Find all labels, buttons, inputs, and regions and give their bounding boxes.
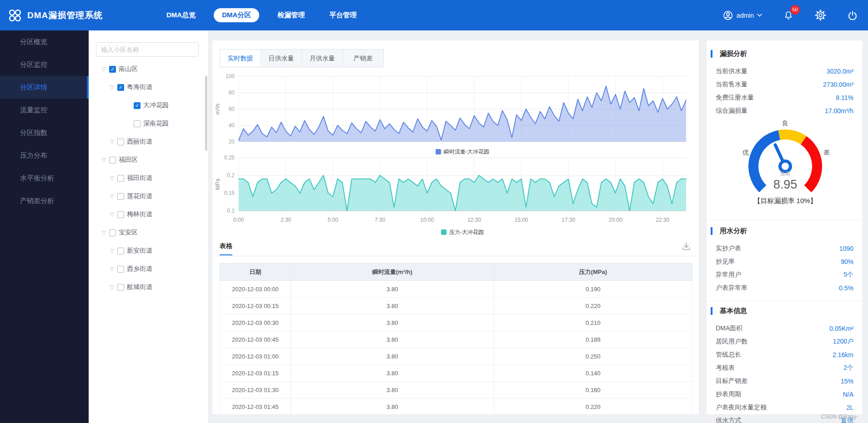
- tree-checkbox[interactable]: [117, 211, 124, 218]
- kv-label: 户表异常率: [716, 284, 748, 292]
- tree-checkbox[interactable]: [117, 139, 124, 145]
- tree-expand-icon[interactable]: ▽: [109, 193, 115, 199]
- tree-expand-icon[interactable]: ▽: [109, 139, 115, 145]
- tree-expand-icon[interactable]: ▽: [100, 66, 107, 72]
- tree-expand-icon[interactable]: ▽: [109, 211, 115, 218]
- kv-row: 居民用户数1200户: [716, 335, 853, 348]
- table-row[interactable]: 2020-12-03 01:003.800.250: [220, 348, 692, 365]
- notification-badge: 50: [790, 5, 800, 15]
- tree-expand-icon[interactable]: ▽: [100, 229, 107, 236]
- sidebar-item-分区详情[interactable]: 分区详情: [0, 76, 89, 99]
- tree-node-新安街道[interactable]: ▽新安街道: [89, 242, 208, 260]
- table-row[interactable]: 2020-12-03 00:153.800.220: [220, 298, 692, 314]
- tree-node-宝安区[interactable]: ▽宝安区: [89, 224, 208, 242]
- tree-expand-icon[interactable]: ▽: [109, 84, 115, 90]
- kv-value: 2个: [843, 364, 853, 372]
- svg-text:0.2: 0.2: [227, 172, 235, 179]
- sidebar-item-产销差分析[interactable]: 产销差分析: [0, 189, 89, 212]
- tab-产销差[interactable]: 产销差: [343, 50, 383, 67]
- tree-checkbox[interactable]: ✓: [109, 66, 116, 73]
- table-cell: 0.160: [494, 382, 692, 398]
- tree-node-大冲花园[interactable]: ✓大冲花园: [89, 96, 208, 114]
- download-button[interactable]: [681, 241, 692, 254]
- user-menu[interactable]: admin: [722, 10, 762, 21]
- sidebar-item-分区指数[interactable]: 分区指数: [0, 121, 89, 144]
- kv-label: 供水方式: [716, 417, 741, 423]
- legend-chip: [441, 229, 447, 235]
- svg-text:22:30: 22:30: [656, 217, 669, 223]
- tab-月供水量[interactable]: 月供水量: [302, 50, 343, 67]
- sidebar-item-分区监控[interactable]: 分区监控: [0, 53, 89, 76]
- tab-实时数据[interactable]: 实时数据: [220, 50, 261, 67]
- tree-checkbox[interactable]: [117, 248, 124, 254]
- tree-node-label: 宝安区: [119, 229, 138, 237]
- tree-node-莲花街道[interactable]: ▽莲花街道: [89, 187, 208, 205]
- kv-value: 17.00m³/h: [825, 107, 853, 114]
- tree-node-label: 梅林街道: [127, 210, 152, 219]
- sidebar-item-分区概览[interactable]: 分区概览: [0, 30, 89, 53]
- main-content-card: 实时数据日供水量月供水量产销差 20406080100m³/h 瞬时流量-大冲花…: [212, 40, 699, 415]
- table-cell: 3.80: [291, 314, 494, 331]
- logout-power-button[interactable]: [847, 10, 858, 21]
- tree-checkbox[interactable]: ✓: [117, 84, 124, 91]
- table-cell: 3.80: [291, 331, 494, 348]
- settings-button[interactable]: [815, 10, 826, 21]
- kv-value: 2.16km: [833, 351, 853, 358]
- tree-checkbox[interactable]: [134, 120, 140, 127]
- dma-dashboard: DMA漏损管理系统 DMA总览DMA分区检漏管理平台管理 admin: [0, 0, 868, 423]
- tree-checkbox[interactable]: [117, 284, 124, 291]
- table-row[interactable]: 2020-12-03 00:453.800.189: [220, 331, 692, 348]
- pressure-chart-legend[interactable]: 压力-大冲花园: [239, 229, 686, 236]
- tree-node-南山区[interactable]: ▽✓南山区: [89, 60, 208, 78]
- table-row[interactable]: 2020-12-03 01:153.800.140: [220, 365, 692, 382]
- tree-node-深南花园[interactable]: 深南花园: [89, 114, 208, 133]
- title-accent-bar: [711, 50, 712, 58]
- table-row[interactable]: 2020-12-03 00:003.800.190: [220, 281, 692, 298]
- tree-checkbox[interactable]: ✓: [134, 102, 140, 109]
- tab-日供水量[interactable]: 日供水量: [261, 50, 302, 67]
- tab-table[interactable]: 表格: [220, 242, 232, 255]
- tree-node-粤海街道[interactable]: ▽✓粤海街道: [89, 78, 208, 96]
- gauge-zone-bad: 差: [823, 149, 830, 157]
- title-accent-bar: [711, 227, 712, 235]
- tree-scrollbar[interactable]: [205, 76, 207, 151]
- table-row[interactable]: 2020-12-03 00:303.800.210: [220, 314, 692, 331]
- tree-checkbox[interactable]: [117, 266, 124, 273]
- tree-checkbox[interactable]: [109, 229, 116, 236]
- sidebar-item-流量监控[interactable]: 流量监控: [0, 99, 89, 121]
- flow-chart[interactable]: 20406080100m³/h: [212, 71, 696, 148]
- pressure-chart[interactable]: 0:002:305:007:3010:0012:3015:0017:3020:0…: [212, 154, 696, 230]
- tree-node-西丽街道[interactable]: ▽西丽街道: [89, 133, 208, 151]
- tree-node-福田区[interactable]: ▽福田区: [89, 151, 208, 169]
- leak-rate-gauge: 优 良 差 当前 8.95 【目标漏损率 10%】: [707, 117, 863, 214]
- nav-item-DMA分区[interactable]: DMA分区: [214, 8, 259, 22]
- svg-text:100: 100: [226, 73, 235, 80]
- tree-checkbox[interactable]: [117, 175, 124, 182]
- tree-expand-icon[interactable]: ▽: [109, 175, 115, 181]
- sidebar-item-水平衡分析[interactable]: 水平衡分析: [0, 167, 89, 189]
- notification-bell-button[interactable]: 50: [783, 10, 794, 21]
- tree-expand-icon[interactable]: ▽: [109, 248, 115, 254]
- left-sidebar: 分区概览分区监控分区详情流量监控分区指数压力分布水平衡分析产销差分析: [0, 30, 89, 423]
- tree-node-福田街道[interactable]: ▽福田街道: [89, 169, 208, 187]
- tree-node-西乡街道[interactable]: ▽西乡街道: [89, 260, 208, 278]
- tree-expand-icon[interactable]: ▽: [109, 284, 115, 290]
- svg-text:0.1: 0.1: [227, 208, 235, 214]
- nav-item-检漏管理[interactable]: 检漏管理: [271, 8, 311, 22]
- sidebar-item-压力分布[interactable]: 压力分布: [0, 144, 89, 167]
- tree-expand-icon[interactable]: ▽: [100, 157, 107, 163]
- search-input[interactable]: [96, 42, 199, 57]
- kv-label: 抄见率: [716, 258, 735, 266]
- tree-node-航城街道[interactable]: ▽航城街道: [89, 278, 208, 296]
- table-row[interactable]: 2020-12-03 01:303.800.160: [220, 382, 692, 398]
- tree-expand-icon[interactable]: ▽: [109, 266, 115, 272]
- nav-item-平台管理[interactable]: 平台管理: [323, 8, 363, 22]
- table-row[interactable]: 2020-12-03 01:453.800.220: [220, 398, 692, 415]
- nav-item-DMA总览[interactable]: DMA总览: [160, 8, 202, 22]
- table-cell: 2020-12-03 00:00: [220, 281, 291, 298]
- svg-text:20:00: 20:00: [609, 217, 622, 223]
- table-cell: 0.250: [494, 348, 692, 365]
- tree-checkbox[interactable]: [109, 157, 116, 164]
- tree-node-梅林街道[interactable]: ▽梅林街道: [89, 205, 208, 224]
- tree-checkbox[interactable]: [117, 193, 124, 200]
